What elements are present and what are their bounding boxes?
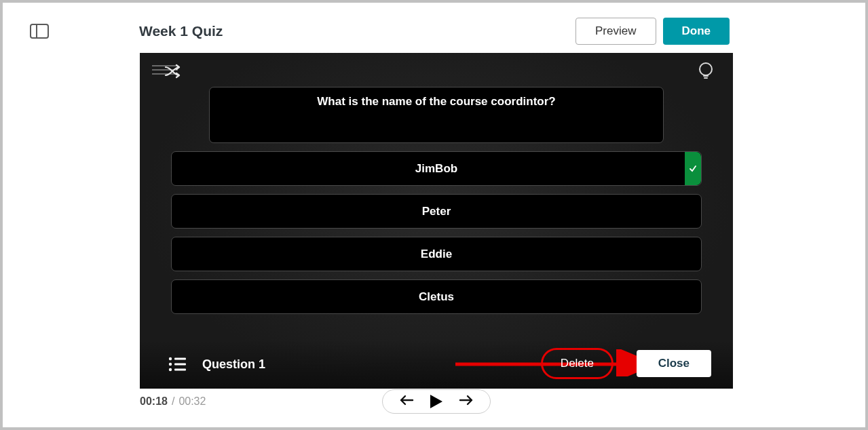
answer-label: Peter [422,205,451,218]
time-current: 00:18 [140,395,168,408]
svg-rect-2 [174,358,186,360]
svg-point-1 [169,357,172,360]
answer-label: Eddie [421,248,452,261]
delete-button[interactable]: Delete [541,348,614,379]
time-separator: / [172,395,174,408]
correct-check-icon [685,152,701,185]
svg-rect-4 [174,364,186,366]
preview-button[interactable]: Preview [575,18,656,45]
answer-label: JimBob [415,162,457,176]
answer-option[interactable]: Eddie [171,237,702,271]
top-bar: Week 1 Quiz Preview Done [3,3,865,45]
close-button[interactable]: Close [637,350,711,377]
next-arrow-icon[interactable] [459,394,474,409]
question-indicator: Question 1 [202,357,265,372]
svg-point-0 [700,63,712,75]
svg-rect-6 [174,369,186,371]
svg-point-3 [169,363,172,366]
app-frame: Week 1 Quiz Preview Done [3,3,865,427]
hint-lightbulb-icon[interactable] [698,61,714,81]
panel-toggle-icon[interactable] [30,24,49,39]
timeline: 00:18 / 00:32 [140,395,733,408]
shuffle-arrows-icon [164,64,183,79]
answer-option[interactable]: Cletus [171,279,702,314]
question-list-icon[interactable] [168,357,186,372]
quiz-stage: What is the name of the course coordinto… [140,53,733,389]
header-actions: Preview Done [575,18,730,45]
question-text[interactable]: What is the name of the course coordinto… [209,87,664,143]
shuffle-icon[interactable] [152,60,182,80]
page-title: Week 1 Quiz [139,23,575,39]
play-controls [382,389,491,414]
stage-footer: Question 1 Delete Close [140,340,733,389]
prev-arrow-icon[interactable] [399,394,414,409]
answers-list: JimBob Peter Eddie Cletus [171,151,702,314]
done-button[interactable]: Done [663,18,730,45]
stage-wrap: What is the name of the course coordinto… [140,53,733,408]
time-total: 00:32 [178,395,206,408]
answer-option[interactable]: Peter [171,194,702,229]
answer-label: Cletus [419,290,454,304]
stage-top [140,53,733,80]
play-icon[interactable] [429,393,444,410]
answer-option[interactable]: JimBob [171,151,702,186]
svg-point-5 [169,368,172,371]
